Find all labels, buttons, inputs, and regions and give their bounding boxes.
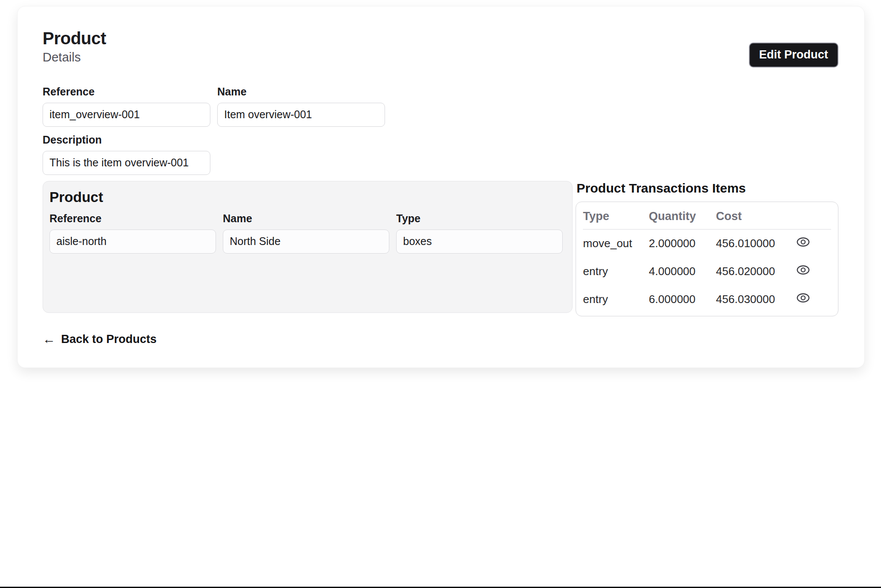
view-transaction-button[interactable] <box>796 292 810 305</box>
cell-quantity: 6.000000 <box>649 285 716 313</box>
eye-icon <box>796 292 810 305</box>
column-header-actions <box>796 202 831 230</box>
panel-name-field-group: Name <box>223 212 389 254</box>
panel-name-input[interactable] <box>223 230 389 254</box>
panel-reference-input[interactable] <box>49 230 216 254</box>
name-field-group: Name <box>217 86 385 127</box>
cell-type: move_out <box>583 229 649 257</box>
column-header-quantity: Quantity <box>649 202 716 230</box>
reference-label: Reference <box>43 86 210 98</box>
view-transaction-button[interactable] <box>796 264 810 277</box>
panel-reference-field-group: Reference <box>49 212 216 254</box>
cell-quantity: 2.000000 <box>649 229 716 257</box>
cell-quantity: 4.000000 <box>649 257 716 285</box>
description-field-group: Description <box>43 134 210 175</box>
back-link-label: Back to Products <box>61 333 157 346</box>
column-header-type: Type <box>583 202 649 230</box>
back-to-products-link[interactable]: ← Back to Products <box>43 333 157 346</box>
panel-reference-label: Reference <box>49 212 216 225</box>
panel-type-field-group: Type <box>396 212 563 254</box>
transactions-title: Product Transactions Items <box>576 181 838 196</box>
product-subpanel-title: Product <box>49 189 566 205</box>
name-input[interactable] <box>217 103 385 127</box>
cell-cost: 456.030000 <box>716 285 796 313</box>
table-row: move_out 2.000000 456.010000 <box>583 229 831 257</box>
description-input[interactable] <box>43 151 210 175</box>
transactions-header-row: Type Quantity Cost <box>583 202 831 230</box>
transactions-panel: Product Transactions Items Type Quantity… <box>576 181 838 316</box>
title-block: Product Details <box>43 29 106 64</box>
view-transaction-button[interactable] <box>796 236 810 249</box>
cell-type: entry <box>583 257 649 285</box>
panel-type-input[interactable] <box>396 230 563 254</box>
reference-input[interactable] <box>43 103 210 127</box>
transactions-table-box: Type Quantity Cost move_out 2.000000 <box>576 202 838 316</box>
product-subpanel: Product Reference Name Type <box>43 181 573 313</box>
left-arrow-icon: ← <box>43 333 55 346</box>
cell-cost: 456.020000 <box>716 257 796 285</box>
page-title: Product <box>43 29 106 48</box>
panel-type-label: Type <box>396 212 563 225</box>
table-row: entry 4.000000 456.020000 <box>583 257 831 285</box>
product-subpanel-row: Reference Name Type <box>49 212 566 254</box>
table-row: entry 6.000000 456.030000 <box>583 285 831 313</box>
transactions-table: Type Quantity Cost move_out 2.000000 <box>583 202 831 313</box>
reference-field-group: Reference <box>43 86 210 127</box>
page: Product Details Edit Product Reference N… <box>0 0 881 588</box>
eye-icon <box>796 236 810 249</box>
cell-type: entry <box>583 285 649 313</box>
panel-name-label: Name <box>223 212 389 225</box>
description-label: Description <box>43 134 210 146</box>
column-header-cost: Cost <box>716 202 796 230</box>
page-subtitle: Details <box>43 50 106 64</box>
cell-cost: 456.010000 <box>716 229 796 257</box>
eye-icon <box>796 264 810 277</box>
lower-panels: Product Reference Name Type <box>43 181 838 316</box>
details-form: Reference Name Description Product R <box>43 86 838 346</box>
product-details-card: Product Details Edit Product Reference N… <box>17 6 865 368</box>
form-row-1: Reference Name <box>43 86 838 127</box>
name-label: Name <box>217 86 385 98</box>
card-header: Product Details Edit Product <box>43 29 838 67</box>
edit-product-button[interactable]: Edit Product <box>749 43 839 67</box>
